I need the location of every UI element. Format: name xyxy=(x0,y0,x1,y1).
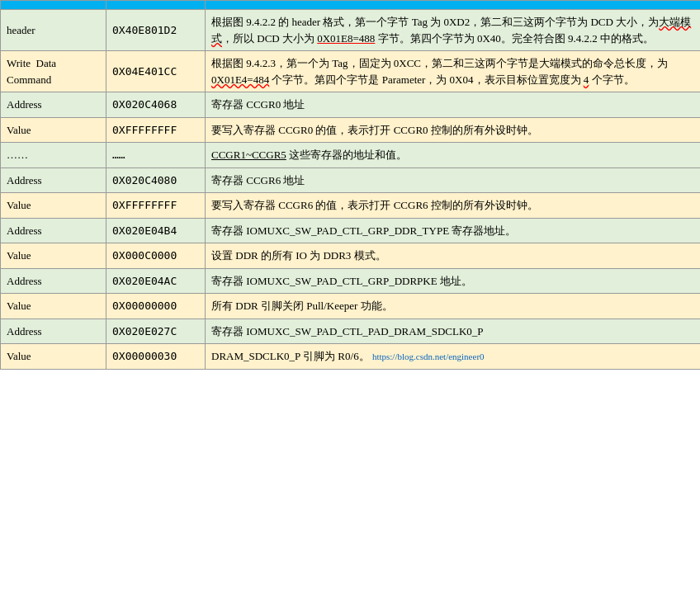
table-header-row xyxy=(1,1,701,10)
data-cell: 0X40E801D2 xyxy=(106,10,206,51)
struct-cell: Value xyxy=(1,117,106,143)
desc-cell: 寄存器 IOMUXC_SW_PAD_CTL_PAD_DRAM_SDCLK0_P xyxy=(206,319,701,344)
table-row: Address0X020C4080寄存器 CCGR6 地址 xyxy=(1,168,701,193)
table-row: Value0X000C0000设置 DDR 的所有 IO 为 DDR3 模式。 xyxy=(1,243,701,269)
data-cell: 0XFFFFFFFF xyxy=(106,117,206,143)
data-cell: 0X020E04AC xyxy=(106,268,206,294)
desc-cell: 要写入寄存器 CCGR6 的值，表示打开 CCGR6 控制的所有外设时钟。 xyxy=(206,193,701,219)
table-row: Address0X020C4068寄存器 CCGR0 地址 xyxy=(1,92,701,118)
desc-cell: 根据图 9.4.2.3，第一个为 Tag，固定为 0XCC，第二和三这两个字节是… xyxy=(206,51,701,92)
struct-cell: Address xyxy=(1,92,106,118)
table-row: Value0X00000030DRAM_SDCLK0_P 引脚为 R0/6。 h… xyxy=(1,344,701,370)
data-cell: 0X00000000 xyxy=(106,294,206,319)
struct-cell: Address xyxy=(1,319,106,344)
data-cell: 0XFFFFFFFF xyxy=(106,193,206,219)
desc-cell: 要写入寄存器 CCGR0 的值，表示打开 CCGR0 控制的所有外设时钟。 xyxy=(206,117,701,143)
table-row: Write Data Command0X04E401CC根据图 9.4.2.3，… xyxy=(1,51,701,92)
table-row: Address0X020E04B4寄存器 IOMUXC_SW_PAD_CTL_G… xyxy=(1,218,701,243)
desc-cell: 寄存器 CCGR0 地址 xyxy=(206,92,701,118)
struct-cell: Value xyxy=(1,243,106,269)
data-cell: 0X00000030 xyxy=(106,344,206,370)
data-cell: …… xyxy=(106,143,206,168)
data-cell: 0X020E027C xyxy=(106,319,206,344)
dcd-table: header0X40E801D2根据图 9.4.2.2 的 header 格式，… xyxy=(0,0,700,370)
desc-cell: 设置 DDR 的所有 IO 为 DDR3 模式。 xyxy=(206,243,701,269)
desc-cell: 寄存器 IOMUXC_SW_PAD_CTL_GRP_DDR_TYPE 寄存器地址… xyxy=(206,218,701,243)
desc-cell: 所有 DDR 引脚关闭 Pull/Keeper 功能。 xyxy=(206,294,701,319)
table-row: header0X40E801D2根据图 9.4.2.2 的 header 格式，… xyxy=(1,10,701,51)
col-header-desc xyxy=(206,1,701,10)
data-cell: 0X020C4080 xyxy=(106,168,206,193)
struct-cell: Address xyxy=(1,218,106,243)
desc-cell: 根据图 9.4.2.2 的 header 格式，第一个字节 Tag 为 0XD2… xyxy=(206,10,701,51)
main-table-container: header0X40E801D2根据图 9.4.2.2 的 header 格式，… xyxy=(0,0,700,370)
struct-cell: Address xyxy=(1,168,106,193)
desc-cell: DRAM_SDCLK0_P 引脚为 R0/6。 https://blog.csd… xyxy=(206,344,701,370)
struct-cell: Write Data Command xyxy=(1,51,106,92)
struct-cell: …… xyxy=(1,143,106,168)
data-cell: 0X020E04B4 xyxy=(106,218,206,243)
table-row: …………CCGR1~CCGR5 这些寄存器的地址和值。 xyxy=(1,143,701,168)
desc-cell: 寄存器 CCGR6 地址 xyxy=(206,168,701,193)
struct-cell: Address xyxy=(1,268,106,294)
col-header-struct xyxy=(1,1,106,10)
blog-link: https://blog.csdn.net/engineer0 xyxy=(372,352,485,361)
struct-cell: Value xyxy=(1,344,106,370)
table-row: Address0X020E027C寄存器 IOMUXC_SW_PAD_CTL_P… xyxy=(1,319,701,344)
struct-cell: Value xyxy=(1,294,106,319)
desc-cell: CCGR1~CCGR5 这些寄存器的地址和值。 xyxy=(206,143,701,168)
data-cell: 0X000C0000 xyxy=(106,243,206,269)
data-cell: 0X020C4068 xyxy=(106,92,206,118)
desc-cell: 寄存器 IOMUXC_SW_PAD_CTL_GRP_DDRPKE 地址。 xyxy=(206,268,701,294)
table-row: Value0X00000000所有 DDR 引脚关闭 Pull/Keeper 功… xyxy=(1,294,701,319)
struct-cell: header xyxy=(1,10,106,51)
table-row: Value0XFFFFFFFF要写入寄存器 CCGR6 的值，表示打开 CCGR… xyxy=(1,193,701,219)
data-cell: 0X04E401CC xyxy=(106,51,206,92)
table-row: Address0X020E04AC寄存器 IOMUXC_SW_PAD_CTL_G… xyxy=(1,268,701,294)
struct-cell: Value xyxy=(1,193,106,219)
col-header-data xyxy=(106,1,206,10)
table-row: Value0XFFFFFFFF要写入寄存器 CCGR0 的值，表示打开 CCGR… xyxy=(1,117,701,143)
